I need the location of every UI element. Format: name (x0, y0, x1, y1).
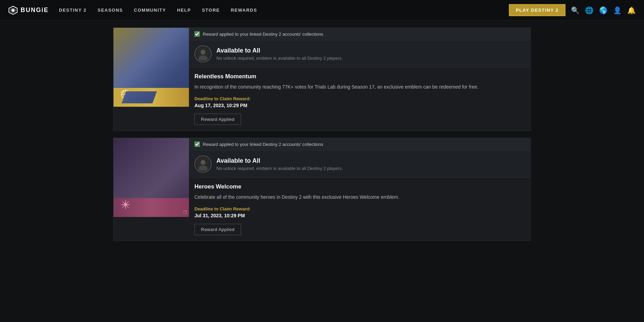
reward-avatar-2 (194, 156, 212, 173)
reward-name-2: Heroes Welcome (194, 183, 525, 190)
reward-banner-text-1: Reward applied to your linked Destiny 2 … (203, 32, 323, 37)
reward-name-1: Relentless Momentum (194, 73, 525, 80)
reward-description-2: Celebrate all of the community heroes in… (194, 194, 525, 201)
emblem-icon-1 (120, 89, 131, 102)
svg-point-13 (201, 50, 205, 55)
reward-avail-title-2: Available to All (216, 157, 343, 164)
reward-card-2: ❐ Reward applied to your linked Destiny … (113, 138, 531, 241)
reward-deadline-date-2: Jul 31, 2023, 10:29 PM (194, 213, 525, 218)
reward-deadline-date-1: Aug 17, 2023, 10:29 PM (194, 103, 525, 108)
reward-details-1: Reward applied to your linked Destiny 2 … (189, 28, 530, 130)
reward-avail-info-2: Available to All No unlock required, emb… (216, 157, 343, 171)
svg-point-21 (201, 160, 205, 165)
reward-deadline-label-2: Deadline to Claim Reward: (194, 206, 525, 211)
bungie-logo[interactable]: BUNGiE (8, 5, 49, 15)
nav-seasons[interactable]: SEASONS (97, 8, 123, 13)
reward-avail-title-1: Available to All (216, 47, 343, 54)
reward-avatar-1 (194, 45, 212, 62)
reward-card-1: ❐ Reward applied to your linked Destiny … (113, 27, 531, 131)
language-icon[interactable]: 🌎 (599, 6, 608, 14)
play-button[interactable]: PLAY DESTINY 2 (509, 4, 565, 16)
reward-image-container-2: ❐ (114, 138, 189, 217)
svg-point-4 (124, 93, 127, 95)
reward-details-2: Reward applied to your linked Destiny 2 … (189, 138, 530, 241)
expand-icon-2[interactable]: ❐ (183, 210, 187, 215)
nav-store[interactable]: STORE (202, 8, 220, 13)
expand-icon-1[interactable]: ❐ (183, 100, 187, 105)
emblem-icon-2 (120, 199, 131, 212)
reward-checkbox-1[interactable] (194, 31, 200, 37)
reward-description-1: In recognition of the community reaching… (194, 83, 525, 91)
reward-body-2: Heroes Welcome Celebrate all of the comm… (189, 178, 530, 241)
reward-banner-text-2: Reward applied to your linked Destiny 2 … (203, 142, 323, 147)
reward-image-container-1: ❐ (114, 28, 189, 107)
navigation: BUNGiE DESTINY 2 SEASONS COMMUNITY HELP … (0, 0, 644, 21)
nav-community[interactable]: COMMUNITY (134, 8, 166, 13)
nav-destiny2[interactable]: DESTINY 2 (59, 8, 86, 13)
reward-availability-2: Available to All No unlock required, emb… (189, 151, 530, 178)
reward-image-1 (114, 28, 189, 107)
reward-banner-1: Reward applied to your linked Destiny 2 … (189, 28, 530, 41)
svg-point-2 (12, 9, 14, 12)
reward-checkbox-2[interactable] (194, 141, 200, 147)
notification-icon[interactable]: 🔔 (627, 6, 636, 14)
reward-applied-button-2[interactable]: Reward Applied (194, 224, 241, 235)
profile-icon[interactable]: 👤 (613, 6, 622, 14)
reward-image-2 (114, 138, 189, 217)
svg-point-9 (122, 91, 124, 93)
main-content: ❐ Reward applied to your linked Destiny … (0, 0, 644, 255)
reward-applied-button-1[interactable]: Reward Applied (194, 114, 241, 125)
reward-avail-info-1: Available to All No unlock required, emb… (216, 47, 343, 61)
logo-text: BUNGiE (21, 7, 49, 14)
nav-rewards[interactable]: REWARDS (231, 8, 257, 13)
reward-avail-desc-1: No unlock required, emblem is available … (216, 56, 343, 61)
nav-links: DESTINY 2 SEASONS COMMUNITY HELP STORE R… (59, 8, 509, 13)
reward-avail-desc-2: No unlock required, emblem is available … (216, 166, 343, 171)
reward-body-1: Relentless Momentum In recognition of th… (189, 68, 530, 130)
nav-right: PLAY DESTINY 2 🔍 🌐 🌎 👤 🔔 (509, 4, 636, 16)
search-icon[interactable]: 🔍 (571, 6, 580, 14)
nav-help[interactable]: HELP (177, 8, 191, 13)
reward-deadline-label-1: Deadline to Claim Reward: (194, 96, 525, 101)
reward-banner-2: Reward applied to your linked Destiny 2 … (189, 138, 530, 151)
globe-icon[interactable]: 🌐 (585, 6, 594, 14)
reward-availability-1: Available to All No unlock required, emb… (189, 41, 530, 68)
